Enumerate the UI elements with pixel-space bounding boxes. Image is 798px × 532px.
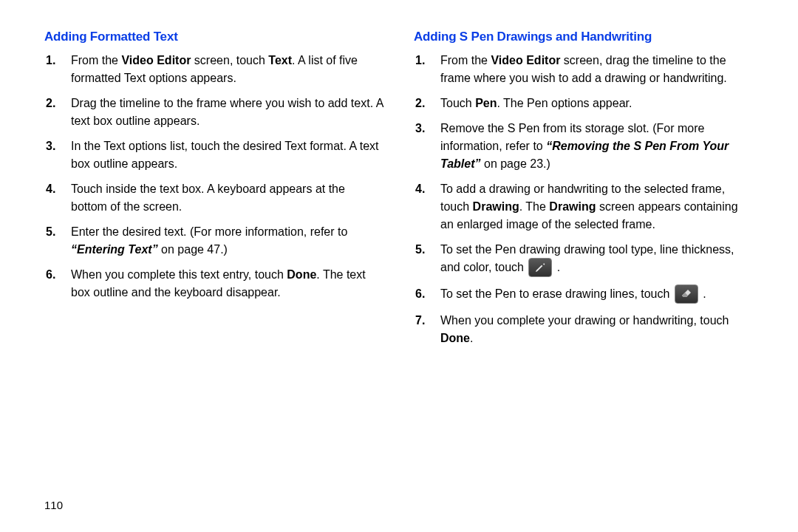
list-item: To add a drawing or handwriting to the s… — [433, 180, 754, 233]
list-item: To set the Pen to erase drawing lines, t… — [433, 285, 754, 304]
page-number: 110 — [44, 499, 63, 511]
list-item: In the Text options list, touch the desi… — [64, 137, 384, 173]
cross-reference: “Entering Text” — [71, 243, 158, 256]
manual-page: Adding Formatted Text From the Video Edi… — [0, 0, 798, 532]
list-item: Enter the desired text. (For more inform… — [64, 223, 384, 259]
list-item: To set the Pen drawing drawing tool type… — [433, 241, 754, 278]
list-item: Touch Pen. The Pen options appear. — [433, 95, 754, 112]
left-column: Adding Formatted Text From the Video Edi… — [44, 30, 399, 510]
list-item: From the Video Editor screen, drag the t… — [433, 52, 754, 87]
list-item: From the Video Editor screen, touch Text… — [64, 52, 384, 87]
list-item: Touch inside the text box. A keyboard ap… — [64, 180, 384, 216]
left-heading: Adding Formatted Text — [44, 30, 384, 44]
left-list: From the Video Editor screen, touch Text… — [64, 52, 384, 301]
list-item: Remove the S Pen from its storage slot. … — [433, 120, 754, 173]
right-column: Adding S Pen Drawings and Handwriting Fr… — [399, 30, 754, 510]
eraser-icon — [675, 284, 698, 304]
right-heading: Adding S Pen Drawings and Handwriting — [414, 30, 754, 44]
list-item: Drag the timeline to the frame where you… — [64, 95, 384, 130]
pen-icon — [528, 258, 552, 277]
list-item: When you complete this text entry, touch… — [64, 266, 384, 301]
list-item: When you complete your drawing or handwr… — [433, 312, 754, 347]
right-list: From the Video Editor screen, drag the t… — [433, 52, 754, 347]
